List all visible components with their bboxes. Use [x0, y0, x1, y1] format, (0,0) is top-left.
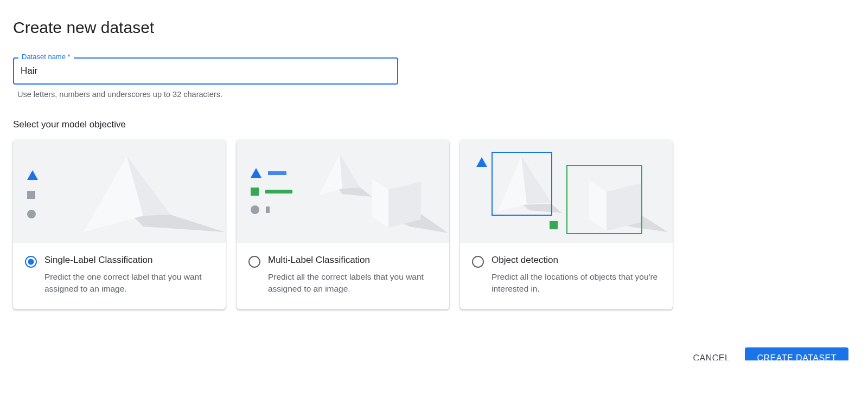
svg-marker-0: [132, 215, 225, 232]
radio-multi-label[interactable]: [248, 256, 260, 268]
pyramid-icon: [62, 151, 226, 243]
card-single-label-classification[interactable]: Single-Label Classification Predict the …: [13, 140, 226, 309]
card-illustration: [13, 140, 226, 243]
bounding-box-green: [566, 165, 642, 234]
circle-icon: [27, 210, 36, 218]
page-title: Create new dataset: [13, 18, 855, 37]
square-icon: [251, 188, 259, 196]
card-title: Object detection: [492, 255, 661, 266]
card-description: Predict all the locations of objects tha…: [492, 271, 661, 295]
square-icon: [27, 191, 35, 199]
card-title: Multi-Label Classification: [268, 255, 437, 266]
bar-icon: [265, 190, 292, 193]
bar-icon: [266, 207, 270, 213]
create-dataset-button[interactable]: CREATE DATASET: [745, 347, 848, 360]
cube-icon: [350, 163, 449, 243]
card-multi-label-classification[interactable]: Multi-Label Classification Predict all t…: [237, 140, 449, 309]
card-illustration: [237, 140, 449, 243]
circle-icon: [251, 205, 259, 214]
dataset-name-field-wrap: Dataset name *: [13, 57, 398, 85]
bar-icon: [268, 171, 286, 175]
cancel-button[interactable]: CANCEL: [689, 348, 735, 360]
dataset-name-helper: Use letters, numbers and underscores up …: [17, 90, 855, 99]
triangle-icon: [251, 168, 261, 178]
card-description: Predict all the correct labels that you …: [268, 271, 437, 295]
square-icon: [550, 221, 558, 229]
model-objective-label: Select your model objective: [13, 119, 855, 130]
objective-cards: Single-Label Classification Predict the …: [13, 140, 855, 309]
radio-object-detection[interactable]: [472, 256, 484, 268]
radio-single-label[interactable]: [25, 256, 37, 268]
card-object-detection[interactable]: Object detection Predict all the locatio…: [460, 140, 673, 309]
triangle-icon: [27, 170, 38, 180]
bounding-box-blue: [492, 152, 552, 216]
card-title: Single-Label Classification: [44, 255, 214, 266]
svg-marker-9: [388, 182, 421, 228]
dataset-name-label: Dataset name *: [18, 53, 74, 61]
dataset-name-input[interactable]: [13, 57, 398, 85]
svg-marker-4: [319, 153, 342, 195]
card-description: Predict the one correct label that you w…: [44, 271, 214, 295]
card-illustration: [460, 140, 673, 243]
triangle-icon: [476, 157, 487, 167]
